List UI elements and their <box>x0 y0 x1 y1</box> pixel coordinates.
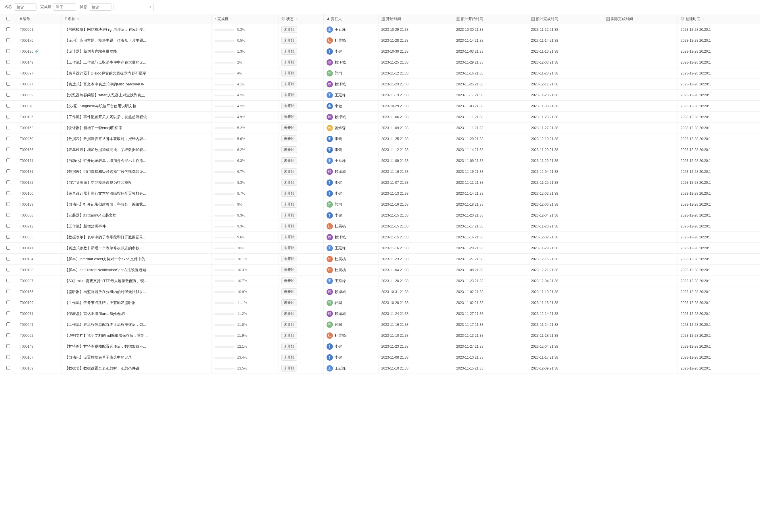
row-checkbox[interactable] <box>6 49 10 53</box>
row-checkbox[interactable] <box>6 279 10 282</box>
row-checkbox[interactable] <box>6 169 10 173</box>
row-checkbox[interactable] <box>6 126 10 129</box>
row-name[interactable]: 【甘特图】甘特图视图配置选项后，数据加载不... <box>62 341 211 352</box>
row-name[interactable]: 【监听器】当监听器放在分组内的时候无法触发... <box>62 286 211 297</box>
row-name[interactable]: 【脚本】setCustomNotificationSent方法设置通知... <box>62 265 211 275</box>
row-name[interactable]: 【工作流】事件配置开关关闭以后，发起起流程依... <box>62 112 211 122</box>
row-assignee: 曾 曾烨森 <box>323 122 378 133</box>
filter-title-input[interactable] <box>14 3 37 11</box>
th-name[interactable]: T 名称 ▾ ↑ <box>62 14 211 24</box>
row-name[interactable]: 【说明文档】说明文档的md编辑器保存后，重新... <box>62 330 211 341</box>
filter-progress-input[interactable] <box>53 3 76 11</box>
row-actual-end <box>603 199 678 210</box>
row-name[interactable]: 【S3】minio需要支持HTTP最大连接数配置、现... <box>62 275 211 286</box>
row-name[interactable]: 【工作流】新增监听事件 <box>62 221 211 232</box>
avatar: 赖 <box>326 234 333 240</box>
row-name[interactable]: 【工作流】工作流节点取消事件中存在大量的无... <box>62 57 211 68</box>
assignee-name: 王延峰 <box>335 93 346 98</box>
row-assignee: 赖 赖泽城 <box>323 166 378 177</box>
row-name[interactable]: 【浏览器兼容问题】safari浏览器上对查找列表上... <box>62 90 211 101</box>
th-plan-end[interactable]: ▦ 预计完成时间 ↕ <box>528 14 603 24</box>
row-checkbox[interactable] <box>6 290 10 293</box>
row-name[interactable]: 【自动化】打开记录表单，增加是否展示工作流... <box>62 155 211 166</box>
row-checkbox[interactable] <box>6 148 10 151</box>
row-created: 2023-12-28 20:20:1 <box>678 221 760 232</box>
row-checkbox[interactable] <box>6 27 10 31</box>
row-name[interactable]: 【数据表】部门选择和级联选择字段的筛选器设... <box>62 166 211 177</box>
select-all-checkbox[interactable] <box>6 17 10 21</box>
assignee-name: 郭闰 <box>335 71 342 76</box>
row-checkbox[interactable] <box>6 137 10 140</box>
row-name[interactable]: 【表达式参数】新增一个表单修改状态的参数 <box>62 243 211 254</box>
row-checkbox[interactable] <box>6 191 10 195</box>
row-name[interactable]: 【表单设计器】多行文本的清除按钮配置项打开... <box>62 188 211 199</box>
th-status[interactable]: ◎ 状态 ↕ <box>278 14 323 24</box>
row-progress: 10.7% <box>211 275 278 286</box>
row-name[interactable]: 【表单设置】增加数据加载完成，字段数据加载... <box>62 144 211 155</box>
row-plan-start: 2023-11-20 21:38 <box>453 243 528 254</box>
row-plan-end: 2023-11-16 21:38 <box>528 46 603 57</box>
row-checkbox[interactable] <box>6 180 10 184</box>
row-checkbox[interactable] <box>6 333 10 337</box>
row-name[interactable]: 【数据表】数据设置全表汇总时，汇总条件设... <box>62 363 211 374</box>
row-checkbox[interactable] <box>6 71 10 75</box>
th-created[interactable]: ◎ 创建时间 ↕ <box>678 14 760 24</box>
row-name[interactable]: 【数据表】数据源设置从脚本获取时，报错内容... <box>62 133 211 144</box>
row-actual-end <box>603 254 678 265</box>
row-checkbox[interactable] <box>6 301 10 304</box>
row-name[interactable]: 【表达式】富文本中表达式中的Misc.barcodeUR... <box>62 79 211 90</box>
row-checkbox[interactable] <box>6 268 10 271</box>
row-checkbox[interactable] <box>6 355 10 359</box>
row-plan-end: 2023-11-20 21:38 <box>528 90 603 101</box>
row-name[interactable]: 【工作流】在流程信息配置终止流程按钮后，弹... <box>62 319 211 330</box>
assignee-cell: 李 李健 <box>326 103 375 109</box>
row-name[interactable]: 【仪表盘】雷达图增加areaStyle配置 <box>62 308 211 319</box>
row-name[interactable]: 【网站模块】网站模块进行git同步后，在应用变... <box>62 24 211 35</box>
progress-bar-bg <box>214 280 235 282</box>
row-name[interactable]: 【表单设计器】Dialog弹窗的文案提示内容不显示 <box>62 68 211 79</box>
row-checkbox[interactable] <box>6 213 10 217</box>
row-checkbox[interactable] <box>6 257 10 261</box>
row-checkbox[interactable] <box>6 312 10 315</box>
th-start[interactable]: ▦ 开始时间 ↕ <box>378 14 453 24</box>
filter-status-input[interactable] <box>89 3 112 11</box>
row-checkbox[interactable] <box>6 60 10 64</box>
assignee-name: 李健 <box>335 191 342 196</box>
row-checkbox[interactable] <box>6 246 10 250</box>
row-checkbox[interactable] <box>6 115 10 119</box>
row-actual-end <box>603 275 678 286</box>
row-progress: 10.3% <box>211 265 278 275</box>
row-name[interactable]: 【自动化】设置数据表单子表选中的记录 <box>62 352 211 363</box>
th-id[interactable]: # 编号 ↕ <box>17 14 62 24</box>
row-checkbox[interactable] <box>6 93 10 97</box>
row-checkbox[interactable] <box>6 235 10 239</box>
row-name[interactable]: 【工作流】任务节点跳转，没有触发监听器 <box>62 297 211 308</box>
row-checkbox[interactable] <box>6 224 10 228</box>
row-name[interactable]: 【设计器】新增了一套emoji图标库 <box>62 122 211 133</box>
row-name[interactable]: 【设计器】新增客户端变量功能 <box>62 46 211 57</box>
assignee-cell: 李 李健 <box>326 212 375 218</box>
row-name[interactable]: 【数据表单】表单中的子表字段和打开数据记录... <box>62 232 211 243</box>
row-checkbox[interactable] <box>6 322 10 326</box>
row-name[interactable]: 【脚本】informat.excel支持对一个excel文件中的... <box>62 254 211 265</box>
row-name[interactable]: 【文档】Kingbase与织信平台使用说明文档 <box>62 101 211 112</box>
row-name[interactable]: 【自定义页面】功能模块调整为打印模板 <box>62 177 211 188</box>
row-checkbox[interactable] <box>6 38 10 42</box>
th-progress[interactable]: ↕ 完成度 ↕ <box>211 14 278 24</box>
th-plan-start[interactable]: ▦ 预计开始时间 ↕ <box>453 14 528 24</box>
row-checkbox[interactable] <box>6 159 10 162</box>
row-checkbox[interactable] <box>6 104 10 108</box>
filter-status-dropdown[interactable]: ▾ <box>114 3 154 11</box>
row-name[interactable]: 【自动化】打开记录创建页面，字段处于编辑状... <box>62 199 211 210</box>
row-checkbox[interactable] <box>6 202 10 206</box>
row-status: 未开始 <box>278 243 323 254</box>
filter-name-icon[interactable]: ▾ <box>77 17 79 21</box>
th-assignee[interactable]: ♟ 责任人 ↕ <box>323 14 378 24</box>
row-checkbox[interactable] <box>6 344 10 348</box>
row-name[interactable]: 【应用】应用主题、模块主题、仪表盘卡片主题... <box>62 35 211 46</box>
th-actual-end[interactable]: ▦ 实际完成时间 ↕ <box>603 14 678 24</box>
row-checkbox[interactable] <box>6 82 10 86</box>
row-name[interactable]: 【安装器】织信arm64安装文档 <box>62 210 211 221</box>
assignee-cell: 杜 杜展杨 <box>326 332 375 339</box>
row-checkbox[interactable] <box>6 366 10 370</box>
